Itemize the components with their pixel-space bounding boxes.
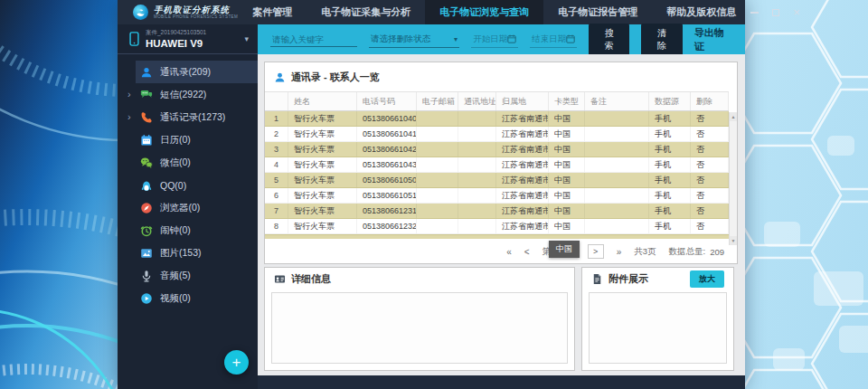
next-page-button[interactable]: > [588,244,604,259]
audio-icon [140,270,153,282]
sidebar: 案件_20190425103501 HUAWEI V9 ▾ 通讯录(209)›短… [118,24,258,389]
table-cell: 江苏省南通市 [496,204,549,218]
table-cell: 江苏省南通市 [496,188,549,203]
close-icon[interactable]: × [793,6,800,18]
table-cell [585,219,649,233]
device-selector[interactable]: 案件_20190425103501 HUAWEI V9 ▾ [118,24,258,54]
sidebar-item-label: 闹钟(0) [160,224,191,237]
window-controls: × [750,0,813,24]
contacts-table-card: 通讯录 - 联系人一览 姓名电话号码电子邮箱通讯地址归属地卡类型备注数据源删除 … [264,62,738,264]
end-date-field[interactable]: 结束日期 [530,32,577,48]
table-row[interactable]: 1智行火车票051380661040江苏省南通市中国手机否 [265,111,729,127]
column-header: 数据源 [649,92,691,110]
expand-chevron-icon[interactable]: › [127,90,131,100]
scroll-up-icon[interactable]: ▲ [730,112,737,121]
table-cell [585,188,649,203]
sidebar-item-label: 短信(2922) [160,89,206,101]
add-button[interactable]: + [224,350,249,375]
table-cell [585,204,649,218]
table-cell [585,157,649,172]
table-cell: 051380661042 [357,142,417,157]
calendar-icon [507,34,516,43]
table-cell: 手机 [649,157,691,172]
table-cell [417,173,458,187]
table-cell: 051380661232 [357,219,417,233]
table-cell [417,127,458,141]
enlarge-button[interactable]: 放大 [690,270,724,288]
table-cell [458,142,496,157]
sidebar-item-contacts[interactable]: 通讯录(209) [118,61,258,83]
clear-button[interactable]: 清除 [641,24,682,56]
chevron-down-icon: ▾ [244,34,249,43]
minimize-icon[interactable] [750,12,759,14]
table-cell: 江苏省南通市 [496,127,549,141]
sidebar-item-video[interactable]: 视频(0) [118,287,258,309]
export-evidence-link[interactable]: 导出物证 [694,26,732,53]
table-cell [585,142,649,157]
menu-tab-1[interactable]: 案件管理 [238,0,307,24]
sidebar-item-call-log[interactable]: ›通话记录(1273) [118,106,258,128]
table-row[interactable]: 2智行火车票051380661041江苏省南通市中国手机否 [265,127,729,142]
sidebar-item-sms[interactable]: ›短信(2922) [118,83,258,106]
expand-chevron-icon[interactable]: › [127,112,131,122]
pagination: « < 第 中国 > » 共3页 数据总量: 209 [265,244,724,259]
table-cell: 手机 [649,219,691,233]
table-cell: 1 [265,111,288,126]
table-title: 通讯录 - 联系人一览 [291,71,380,84]
table-row[interactable]: 6智行火车票051380661051江苏省南通市中国手机否 [265,188,729,204]
table-cell: 否 [691,142,729,157]
search-toolbar: 请选择删除状态 ▾ 开始日期 结束日期 搜索 清除 导出物证 [258,24,745,54]
sidebar-item-qq[interactable]: QQ(0) [118,174,258,196]
sidebar-item-alarm[interactable]: 闹钟(0) [118,219,258,242]
table-cell: 智行火车票 [288,188,357,203]
app-title: 手机取证分析系统 [154,5,238,14]
table-cell: 手机 [649,204,691,218]
table-cell: 江苏省南通市 [496,111,549,126]
table-cell [585,127,649,141]
table-cell: 中国 [549,188,585,203]
table-cell: 5 [265,173,288,187]
table-cell [458,204,496,218]
table-row[interactable]: 7智行火车票051380661231江苏省南通市中国手机否 [265,204,729,219]
sidebar-item-browser[interactable]: 浏览器(0) [118,196,258,219]
start-date-field[interactable]: 开始日期 [471,32,518,48]
app-window: 手机取证分析系统 MOBILE PHONE FORENSICS SYSTEM 案… [118,0,745,389]
sidebar-item-audio[interactable]: 音频(5) [118,264,258,287]
sms-icon [140,89,153,101]
table-cell: 江苏省南通市 [496,157,549,172]
table-cell: 2 [265,127,288,141]
sidebar-item-label: 日历(0) [160,134,191,147]
last-page-button[interactable]: » [617,247,622,257]
sidebar-item-image[interactable]: 图片(153) [118,242,258,264]
delete-state-select[interactable]: 请选择删除状态 ▾ [369,32,459,48]
prev-page-button[interactable]: < [524,247,530,257]
table-row[interactable]: 8智行火车票051380661232江苏省南通市中国手机否 [265,219,729,234]
maximize-icon[interactable] [772,9,779,16]
keyword-input[interactable] [270,33,357,47]
sidebar-item-wechat[interactable]: 微信(0) [118,151,258,174]
table-cell [585,173,649,187]
menu-tab-2[interactable]: 电子物证采集与分析 [307,0,425,24]
table-row[interactable]: 3智行火车票051380661042江苏省南通市中国手机否 [265,142,729,157]
menu-tab-3[interactable]: 电子物证浏览与查询 [425,0,543,24]
main-content: 通讯录 - 联系人一览 姓名电话号码电子邮箱通讯地址归属地卡类型备注数据源删除 … [258,54,745,375]
table-cell [417,204,458,218]
attachment-panel-header: 附件展示 放大 [582,268,733,290]
detail-panel-header: 详细信息 [265,268,574,290]
table-cell [417,111,458,126]
table-cell [417,142,458,157]
scroll-down-icon[interactable]: ▼ [730,236,737,245]
menu-tab-4[interactable]: 电子物证报告管理 [543,0,652,24]
table-row[interactable]: 4智行火车票051380661043江苏省南通市中国手机否 [265,157,729,173]
table-cell: 中国 [549,142,585,157]
table-scrollbar[interactable]: ▲ ▼ [729,112,737,245]
call-log-icon [140,111,153,124]
search-button[interactable]: 搜索 [589,24,629,56]
phone-icon [129,32,139,46]
table-cell: 中国 [549,111,585,126]
column-header: 通讯地址 [458,92,496,110]
sidebar-item-calendar[interactable]: 日历(0) [118,128,258,151]
first-page-button[interactable]: « [506,247,512,257]
table-row[interactable]: 5智行火车票051380661050江苏省南通市中国手机否 [265,173,729,188]
menu-tab-5[interactable]: 帮助及版权信息 [652,0,750,24]
